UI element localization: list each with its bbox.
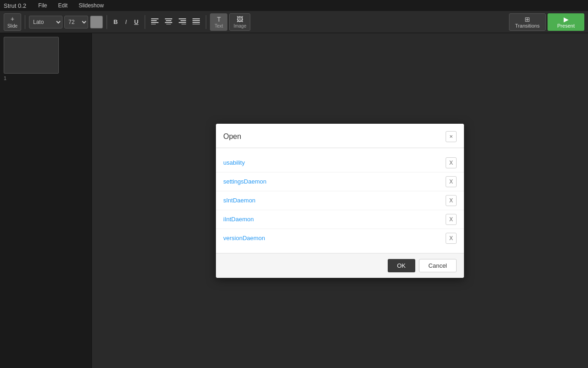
image-tool-label: Image [233, 23, 246, 29]
modal-header: Open × [216, 124, 464, 148]
cancel-button[interactable]: Cancel [419, 259, 457, 272]
separator-2 [107, 15, 107, 29]
bold-button[interactable]: B [111, 16, 120, 29]
modal-overlay: Open × usability X settingsDaemon X sInt… [92, 33, 588, 368]
text-tool-label: Text [215, 23, 223, 29]
menubar: Strut 0.2 File Edit Slideshow [0, 0, 588, 11]
align-right-button[interactable] [176, 16, 188, 29]
image-tool-button[interactable]: 🖼 Image [229, 13, 250, 31]
file-delete-0[interactable]: X [446, 157, 457, 168]
font-family-select[interactable]: Lato Arial Georgia [29, 16, 62, 29]
slide-thumbnail-container: 1 [4, 37, 88, 81]
separator-1 [25, 15, 25, 29]
color-picker[interactable] [90, 16, 103, 29]
menu-edit[interactable]: Edit [55, 1, 70, 10]
file-item-1: settingsDaemon X [216, 172, 464, 191]
separator-4 [206, 15, 206, 29]
modal-title: Open [223, 132, 241, 141]
add-slide-label: Slide [7, 23, 17, 29]
present-label: Present [557, 23, 575, 29]
add-slide-button[interactable]: + Slide [4, 13, 21, 31]
modal-body: usability X settingsDaemon X sIntDaemon … [216, 148, 464, 253]
plus-icon: + [11, 15, 14, 23]
image-icon: 🖼 [237, 16, 243, 23]
separator-3 [145, 15, 145, 29]
transitions-icon: ⊞ [525, 16, 530, 23]
menu-slideshow[interactable]: Slideshow [76, 1, 107, 10]
underline-button[interactable]: U [131, 16, 141, 29]
file-delete-2[interactable]: X [446, 195, 457, 206]
modal-close-button[interactable]: × [446, 131, 457, 142]
present-button[interactable]: ▶ Present [548, 13, 584, 31]
menu-file[interactable]: File [35, 1, 50, 10]
align-left-button[interactable] [149, 16, 161, 29]
file-delete-1[interactable]: X [446, 176, 457, 187]
slide-number-1: 1 [4, 75, 88, 81]
main-layout: 1 Open × usability X settings [0, 33, 588, 368]
file-item-3: iIntDaemon X [216, 210, 464, 229]
transitions-label: Transitions [515, 23, 539, 29]
file-delete-4[interactable]: X [446, 233, 457, 244]
align-justify-button[interactable] [190, 16, 202, 29]
file-name-4[interactable]: versionDaemon [223, 235, 265, 242]
modal-footer: OK Cancel [216, 253, 464, 278]
text-icon: T [217, 16, 221, 23]
italic-button[interactable]: I [122, 16, 130, 29]
slide-thumbnail-1[interactable] [4, 37, 59, 74]
file-item-4: versionDaemon X [216, 229, 464, 247]
file-item-2: sIntDaemon X [216, 191, 464, 210]
text-tool-button[interactable]: T Text [210, 13, 227, 31]
canvas-area[interactable]: Open × usability X settingsDaemon X sInt… [92, 33, 588, 368]
toolbar: + Slide Lato Arial Georgia 72 48 36 24 1… [0, 11, 588, 33]
file-name-3[interactable]: iIntDaemon [223, 216, 254, 223]
file-name-2[interactable]: sIntDaemon [223, 197, 255, 204]
slide-panel: 1 [0, 33, 92, 368]
ok-button[interactable]: OK [388, 259, 415, 272]
align-center-button[interactable] [163, 16, 175, 29]
file-name-0[interactable]: usability [223, 159, 245, 166]
file-name-1[interactable]: settingsDaemon [223, 178, 266, 185]
app-title: Strut 0.2 [4, 2, 26, 9]
file-item-0: usability X [216, 154, 464, 172]
transitions-button[interactable]: ⊞ Transitions [509, 13, 546, 31]
font-size-select[interactable]: 72 48 36 24 18 [64, 16, 88, 29]
open-dialog: Open × usability X settingsDaemon X sInt… [216, 124, 464, 278]
toolbar-right: ⊞ Transitions ▶ Present [509, 13, 584, 31]
file-delete-3[interactable]: X [446, 214, 457, 225]
present-play-icon: ▶ [564, 16, 569, 23]
